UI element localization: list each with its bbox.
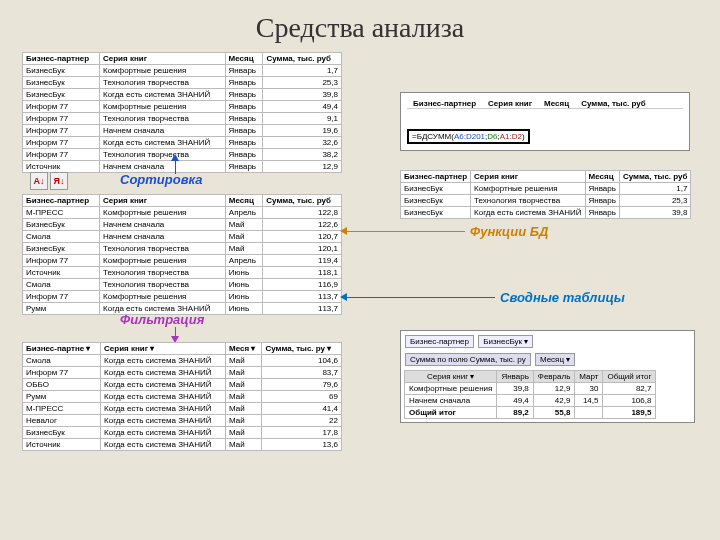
db-function-box: Бизнес-партнер Серия книг Месяц Сумма, т… [400, 92, 690, 151]
cell: Информ 77 [23, 125, 100, 137]
cell: Комфортные решения [100, 255, 226, 267]
cell: БизнесБук [401, 195, 471, 207]
cell: Информ 77 [23, 137, 100, 149]
pivot-col: Январь [497, 371, 533, 383]
arrow-pivot [345, 297, 495, 298]
table-row: БизнесБукТехнология творчестваЯнварь25,3 [23, 77, 342, 89]
col-series: Серия книг [100, 195, 226, 207]
cell: Апрель [225, 255, 263, 267]
cell: 39,8 [263, 89, 342, 101]
cell: Май [225, 219, 263, 231]
cell: БизнесБук [23, 89, 100, 101]
table-filtered: Бизнес-партне ▾ Серия книг ▾ Меся ▾ Сумм… [22, 342, 342, 451]
cell: Комфортные решения [405, 383, 497, 395]
col-partner: Бизнес-партне ▾ [23, 343, 101, 355]
col-sum: Сумма, тыс. руб [263, 53, 342, 65]
cell: 118,1 [263, 267, 342, 279]
sort-asc-icon[interactable]: А↓ [30, 172, 48, 190]
cell: 32,6 [263, 137, 342, 149]
cell: Когда есть система ЗНАНИЙ [101, 439, 226, 451]
cell: Технология творчества [100, 279, 226, 291]
cell: Апрель [225, 207, 263, 219]
cell: БизнесБук [401, 183, 471, 195]
col-partner: Бизнес-партнер [23, 195, 100, 207]
cell: Июнь [225, 279, 263, 291]
cell: Когда есть система ЗНАНИЙ [471, 207, 585, 219]
cell: 79,6 [262, 379, 342, 391]
col-month: Месяц [585, 171, 619, 183]
cell: Май [225, 367, 261, 379]
table-row: БизнесБукТехнология творчестваМай120,1 [23, 243, 342, 255]
col-month: Меся ▾ [225, 343, 261, 355]
cell: 25,3 [263, 77, 342, 89]
cell: 104,6 [262, 355, 342, 367]
cell: 42,9 [533, 395, 575, 407]
table-row: СмолаНачнем сначалаМай120,7 [23, 231, 342, 243]
cell: Источник [23, 161, 100, 173]
col-month: Месяц [225, 195, 263, 207]
cell: Начнем сначала [99, 125, 225, 137]
cell: Начнем сначала [405, 395, 497, 407]
arrowhead-sort [171, 154, 179, 161]
cell: 119,4 [263, 255, 342, 267]
col-series: Серия книг ▾ [101, 343, 226, 355]
col-sum: Сумма, тыс. руб [575, 99, 652, 108]
cell: Когда есть система ЗНАНИЙ [99, 89, 225, 101]
table-db-result: Бизнес-партнер Серия книг Месяц Сумма, т… [400, 170, 691, 219]
cell: БизнесБук [23, 427, 101, 439]
cell: Когда есть система ЗНАНИЙ [101, 415, 226, 427]
table-row: СмолаТехнология творчестваИюнь116,9 [23, 279, 342, 291]
cell: Январь [225, 101, 263, 113]
cell: 39,8 [619, 207, 691, 219]
pivot-col: Март [575, 371, 603, 383]
cell: Информ 77 [23, 367, 101, 379]
cell: Когда есть система ЗНАНИЙ [101, 379, 226, 391]
table-row: БизнесБукКомфортные решенияЯнварь1,7 [401, 183, 691, 195]
cell: Когда есть система ЗНАНИЙ [101, 355, 226, 367]
arrow-sort [175, 160, 176, 174]
cell: Начнем сначала [100, 219, 226, 231]
table-row: НевалогКогда есть система ЗНАНИЙМай22 [23, 415, 342, 427]
cell: Когда есть система ЗНАНИЙ [101, 391, 226, 403]
pivot-page-value[interactable]: БизнесБук ▾ [478, 335, 533, 348]
cell: Начнем сначала [99, 161, 225, 173]
cell: Июнь [225, 303, 263, 315]
cell: Январь [585, 195, 619, 207]
cell: Технология творчества [100, 267, 226, 279]
pivot-col-total: Общий итог [603, 371, 656, 383]
cell: 113,7 [263, 303, 342, 315]
cell [575, 407, 603, 419]
arrowhead-dbfn-l [340, 227, 347, 235]
cell: Невалог [23, 415, 101, 427]
table-row: БизнесБукКомфортные решенияЯнварь1,7 [23, 65, 342, 77]
cell: Комфортные решения [99, 101, 225, 113]
cell: Когда есть система ЗНАНИЙ [99, 137, 225, 149]
table-row: Информ 77Комфортные решенияАпрель119,4 [23, 255, 342, 267]
col-sum: Сумма, тыс. руб [263, 195, 342, 207]
col-month: Месяц [225, 53, 263, 65]
pivot-col-field[interactable]: Месяц ▾ [535, 353, 575, 366]
cell: 69 [262, 391, 342, 403]
cell: Январь [225, 137, 263, 149]
col-partner: Бизнес-партнер [23, 53, 100, 65]
pivot-page-field[interactable]: Бизнес-партнер [405, 335, 474, 348]
cell: 116,9 [263, 279, 342, 291]
cell: 1,7 [619, 183, 691, 195]
formula-cell: =БДСУММ(A6:D201;D6;A1:D2) [407, 129, 530, 144]
cell: Май [225, 415, 261, 427]
table-row: Информ 77Когда есть система ЗНАНИЙМай83,… [23, 367, 342, 379]
sort-desc-icon[interactable]: Я↓ [50, 172, 68, 190]
cell: 89,2 [497, 407, 533, 419]
cell: Технология творчества [99, 77, 225, 89]
cell: Источник [23, 267, 100, 279]
cell: Источник [23, 439, 101, 451]
dbfn-label: Функции БД [470, 224, 548, 239]
table-row: БизнесБукТехнология творчестваЯнварь25,3 [401, 195, 691, 207]
cell: Информ 77 [23, 255, 100, 267]
pivot-row-field[interactable]: Серия книг ▾ [405, 371, 497, 383]
cell: Румм [23, 391, 101, 403]
table-row: Информ 77Технология творчестваЯнварь9,1 [23, 113, 342, 125]
pivot-label: Сводные таблицы [500, 290, 625, 305]
cell: Май [225, 379, 261, 391]
cell: Январь [585, 183, 619, 195]
